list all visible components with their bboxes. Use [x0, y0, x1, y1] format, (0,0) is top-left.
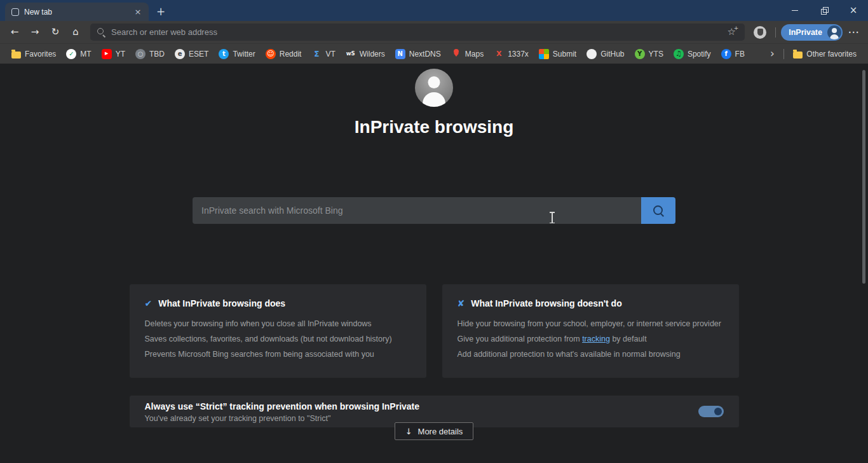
youtube-icon: ▶: [102, 49, 112, 59]
refresh-button[interactable]: ↻: [46, 24, 65, 41]
address-bar[interactable]: ☆+: [90, 24, 745, 41]
card-header: ✘ What InPrivate browsing doesn't do: [458, 298, 724, 308]
favorite-item[interactable]: N NextDNS: [390, 46, 446, 62]
favorite-item[interactable]: Submit: [534, 46, 581, 62]
banner-title: Always use “Strict” tracking prevention …: [145, 401, 698, 412]
card-header: ✔ What InPrivate browsing does: [145, 298, 411, 308]
add-favorite-icon[interactable]: ☆+: [724, 27, 738, 37]
favorite-item[interactable]: ♫ Spotify: [668, 46, 716, 62]
github-icon: [587, 49, 597, 59]
ellipsis-icon: ⋯: [848, 27, 859, 38]
favorite-item[interactable]: Favorites: [6, 46, 61, 62]
checkmark-icon: ✔: [145, 299, 153, 308]
tab-new-tab[interactable]: New tab ×: [5, 3, 149, 21]
favorite-item[interactable]: t Twitter: [214, 46, 260, 62]
tab-title: New tab: [24, 8, 127, 17]
forward-icon: →: [31, 27, 39, 37]
settings-menu-button[interactable]: ⋯: [844, 24, 863, 41]
search-icon: [653, 205, 664, 216]
favorites-overflow-button[interactable]: ›: [764, 46, 780, 62]
banner-subtitle: You've already set your tracking prevent…: [145, 414, 698, 423]
profile-inprivate-badge[interactable]: InPrivate: [781, 24, 843, 41]
scrollbar-thumb[interactable]: [862, 70, 865, 284]
favorite-item[interactable]: ✓ MT: [61, 46, 96, 62]
favorite-item[interactable]: f FB: [716, 46, 750, 62]
google-maps-icon: [451, 49, 461, 59]
tracking-link[interactable]: tracking: [582, 335, 610, 343]
inprivate-avatar: [415, 69, 453, 107]
text-cursor: [552, 212, 553, 223]
nextdns-icon: N: [395, 49, 405, 59]
card-line: Add additional protection to what's avai…: [458, 347, 724, 362]
scrollbar[interactable]: [860, 64, 868, 463]
minimize-button[interactable]: [780, 0, 810, 21]
back-button[interactable]: ←: [5, 24, 24, 41]
browser-window: New tab × + × ← → ↻: [0, 0, 868, 463]
inprivate-page: InPrivate browsing ✔ What InPrivate brow…: [0, 64, 868, 463]
yts-icon: Y: [635, 49, 645, 59]
forward-button[interactable]: →: [25, 24, 44, 41]
1337x-icon: X: [494, 49, 504, 59]
card-title: What InPrivate browsing does: [158, 298, 285, 308]
strict-tracking-toggle[interactable]: [698, 406, 724, 417]
other-favorites-folder-icon: [793, 52, 803, 59]
info-cards: ✔ What InPrivate browsing does Deletes y…: [130, 284, 739, 378]
profile-avatar-icon: [827, 25, 841, 39]
refresh-icon: ↻: [51, 27, 60, 37]
favorites-bar-right: › Other favorites: [764, 46, 862, 62]
favorite-item[interactable]: ○ TBD: [130, 46, 170, 62]
back-icon: ←: [11, 27, 19, 37]
favorite-item[interactable]: Σ VT: [306, 46, 340, 62]
reddit-icon: ☺: [266, 49, 276, 59]
favorite-item[interactable]: ▶ YT: [97, 46, 130, 62]
favorite-item[interactable]: Y YTS: [630, 46, 668, 62]
windows-grid-icon: [539, 49, 549, 59]
card-line: Give you additional protection from trac…: [458, 331, 724, 347]
favorite-item[interactable]: X 1337x: [489, 46, 534, 62]
restore-icon: [821, 7, 828, 14]
page-title: InPrivate browsing: [355, 118, 514, 136]
titlebar: New tab × + ×: [0, 0, 868, 21]
favorite-item[interactable]: GitHub: [581, 46, 629, 62]
favorite-item[interactable]: e ESET: [170, 46, 214, 62]
wilders-icon: wS: [346, 49, 356, 59]
down-arrow-icon: ↓: [405, 427, 412, 436]
card-title: What InPrivate browsing doesn't do: [471, 298, 621, 308]
chevron-right-icon: ›: [770, 48, 775, 59]
card-line: Hide your browsing from your school, emp…: [458, 316, 724, 331]
eset-icon: e: [175, 49, 185, 59]
search-icon: [97, 27, 106, 37]
extension-icon[interactable]: [754, 26, 766, 39]
close-icon: ×: [850, 6, 858, 15]
card-line: Deletes your browsing info when you clos…: [145, 316, 411, 331]
mailtrack-icon: ✓: [66, 49, 76, 59]
home-button[interactable]: ⌂: [66, 24, 85, 41]
search-button[interactable]: [641, 197, 675, 224]
facebook-icon: f: [721, 49, 731, 59]
inprivate-search-box: [193, 197, 675, 224]
other-favorites-label: Other favorites: [806, 50, 857, 59]
maximize-button[interactable]: [810, 0, 839, 21]
toolbar: ← → ↻ ⌂ ☆+ InPrivate ⋯: [0, 21, 868, 43]
favorites-bar: Favorites ✓ MT ▶ YT ○ TBD e ESET t Twitt…: [0, 43, 868, 64]
new-tab-button[interactable]: +: [153, 4, 169, 19]
search-input[interactable]: [193, 197, 641, 224]
more-details-label: More details: [418, 427, 463, 436]
more-details-button[interactable]: ↓ More details: [395, 422, 474, 440]
favorites-folder-icon: [11, 52, 21, 59]
info-card-does: ✔ What InPrivate browsing does Deletes y…: [130, 284, 426, 378]
other-favorites-button[interactable]: Other favorites: [788, 46, 862, 62]
virustotal-icon: Σ: [311, 49, 322, 59]
favorite-item[interactable]: Maps: [446, 46, 489, 62]
tbd-site-icon: ○: [135, 49, 146, 59]
dismiss-icon: ✘: [458, 299, 465, 308]
info-card-doesnt: ✘ What InPrivate browsing doesn't do Hid…: [442, 284, 739, 378]
inprivate-badge-label: InPrivate: [789, 28, 822, 37]
toolbar-divider: [775, 27, 776, 38]
home-icon: ⌂: [72, 27, 79, 37]
favorite-item[interactable]: ☺ Reddit: [261, 46, 307, 62]
close-button[interactable]: ×: [839, 0, 868, 21]
tab-close-button[interactable]: ×: [132, 6, 144, 18]
address-input[interactable]: [111, 27, 719, 37]
favorite-item[interactable]: wS Wilders: [341, 46, 390, 62]
